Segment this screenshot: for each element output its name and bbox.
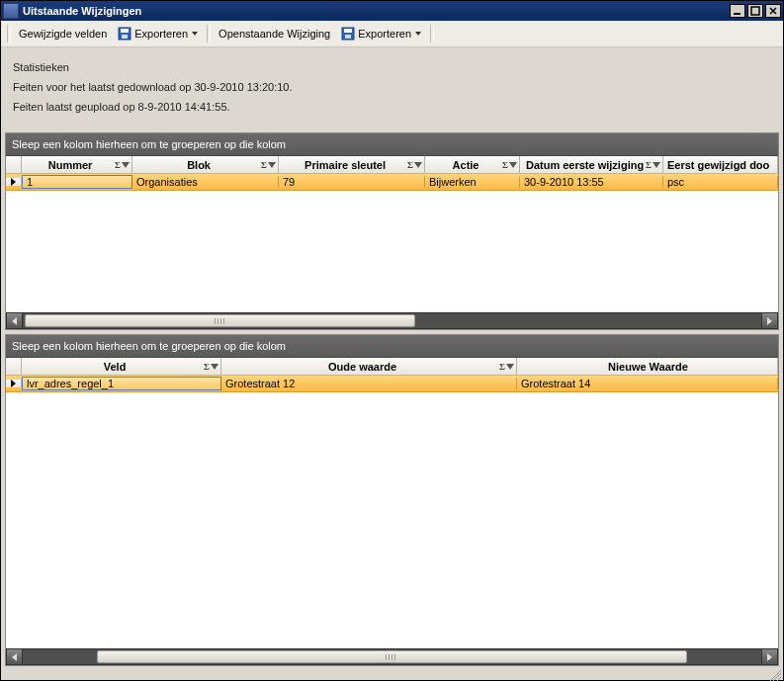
- toolbar-label-pending: Openstaande Wijziging: [215, 26, 334, 42]
- filter-icon[interactable]: [268, 162, 276, 168]
- scroll-left-button[interactable]: [6, 648, 23, 665]
- chevron-down-icon: [415, 32, 421, 36]
- sigma-icon[interactable]: Σ: [502, 160, 508, 170]
- column-header-actie[interactable]: Actie Σ: [425, 156, 520, 173]
- app-icon: [3, 3, 19, 19]
- toolbar-separator: [430, 25, 434, 43]
- chevron-down-icon: [192, 32, 198, 36]
- close-button[interactable]: [765, 4, 781, 18]
- sigma-icon[interactable]: Σ: [204, 362, 210, 372]
- svg-rect-1: [751, 7, 759, 15]
- sigma-icon[interactable]: Σ: [261, 160, 267, 170]
- grip-icon: [769, 669, 781, 681]
- title-bar: Uitstaande Wijzigingen: [1, 1, 783, 21]
- save-icon: [341, 27, 355, 41]
- cell-blok[interactable]: Organisaties: [132, 176, 279, 188]
- export-pending-label: Exporteren: [358, 28, 411, 40]
- sigma-icon[interactable]: Σ: [646, 160, 652, 170]
- column-header-eerst-gewijzigd[interactable]: Eerst gewijzigd doo: [663, 156, 778, 173]
- toolbar-separator: [7, 25, 11, 43]
- grid-body: 1 Organisaties 79 Bijwerken 30-9-2010 13…: [6, 174, 778, 312]
- sigma-icon[interactable]: Σ: [115, 160, 121, 170]
- filter-icon[interactable]: [122, 162, 130, 168]
- grid-body: lvr_adres_regel_1 Grotestraat 12 Grotest…: [6, 376, 778, 648]
- svg-rect-0: [734, 13, 740, 15]
- scroll-right-button[interactable]: [761, 648, 778, 665]
- column-header-row: Nummer Σ Blok Σ Primaire sleutel Σ Actie…: [6, 156, 778, 174]
- sigma-icon[interactable]: Σ: [407, 160, 413, 170]
- current-row-icon: [11, 380, 16, 387]
- scroll-track[interactable]: [23, 312, 761, 329]
- column-header-nummer[interactable]: Nummer Σ: [22, 156, 132, 173]
- cell-veld[interactable]: lvr_adres_regel_1: [22, 377, 221, 390]
- toolbar-label-fields: Gewijzigde velden: [15, 26, 111, 42]
- cell-eerst-gewijzigd[interactable]: psc: [663, 176, 778, 188]
- row-selector-header: [6, 156, 22, 173]
- filter-icon[interactable]: [653, 162, 660, 168]
- cell-nieuwe-waarde[interactable]: Grotestraat 14: [517, 378, 778, 389]
- changes-grid: Sleep een kolom hierheen om te groeperen…: [5, 132, 779, 330]
- toolbar: Gewijzigde velden Exporteren Openstaande…: [1, 21, 783, 47]
- export-fields-button[interactable]: Exporteren: [113, 24, 203, 43]
- scroll-thumb[interactable]: [25, 314, 415, 327]
- svg-rect-9: [345, 35, 351, 39]
- svg-rect-6: [122, 35, 128, 39]
- scroll-track[interactable]: [23, 648, 761, 665]
- save-icon: [118, 27, 131, 41]
- horizontal-scrollbar[interactable]: [6, 312, 778, 329]
- filter-icon[interactable]: [211, 364, 218, 370]
- cell-primaire-sleutel[interactable]: 79: [279, 176, 425, 188]
- statistics-panel: Statistieken Feiten voor het laatst gedo…: [1, 47, 783, 130]
- row-selector-header: [6, 358, 22, 375]
- filter-icon[interactable]: [414, 162, 422, 168]
- cell-datum-eerste[interactable]: 30-9-2010 13:55: [520, 176, 663, 188]
- column-header-row: Veld Σ Oude waarde Σ Nieuwe Waarde: [6, 358, 778, 376]
- window-title: Uitstaande Wijzigingen: [23, 5, 730, 17]
- maximize-button[interactable]: [747, 4, 763, 18]
- table-row[interactable]: lvr_adres_regel_1 Grotestraat 12 Grotest…: [6, 376, 778, 392]
- export-pending-button[interactable]: Exporteren: [336, 24, 426, 43]
- scroll-thumb[interactable]: [97, 650, 688, 663]
- current-row-icon: [11, 178, 16, 186]
- svg-rect-5: [121, 29, 129, 33]
- column-header-oude-waarde[interactable]: Oude waarde Σ: [221, 358, 517, 375]
- stats-upload-line: Feiten laatst geupload op 8-9-2010 14:41…: [13, 97, 771, 117]
- group-by-bar[interactable]: Sleep een kolom hierheen om te groeperen…: [6, 133, 778, 156]
- toolbar-separator: [207, 25, 211, 43]
- column-header-datum-eerste[interactable]: Datum eerste wijziging Σ: [520, 156, 663, 173]
- group-by-bar[interactable]: Sleep een kolom hierheen om te groeperen…: [6, 335, 778, 358]
- cell-oude-waarde[interactable]: Grotestraat 12: [221, 378, 517, 389]
- row-indicator[interactable]: [6, 178, 22, 186]
- column-header-blok[interactable]: Blok Σ: [132, 156, 279, 173]
- column-header-veld[interactable]: Veld Σ: [22, 358, 221, 375]
- svg-rect-8: [344, 29, 352, 33]
- sigma-icon[interactable]: Σ: [499, 362, 505, 372]
- table-row[interactable]: 1 Organisaties 79 Bijwerken 30-9-2010 13…: [6, 174, 778, 191]
- minimize-button[interactable]: [730, 4, 745, 18]
- app-window: Uitstaande Wijzigingen Gewijzigde velden…: [0, 0, 784, 681]
- resize-handle[interactable]: [1, 668, 783, 680]
- filter-icon[interactable]: [509, 162, 517, 168]
- cell-nummer[interactable]: 1: [22, 175, 132, 189]
- filter-icon[interactable]: [506, 364, 514, 370]
- horizontal-scrollbar[interactable]: [6, 648, 778, 665]
- stats-download-line: Feiten voor het laatst gedownload op 30-…: [13, 77, 771, 97]
- column-header-nieuwe-waarde[interactable]: Nieuwe Waarde: [517, 358, 778, 375]
- scroll-left-button[interactable]: [6, 312, 23, 329]
- cell-actie[interactable]: Bijwerken: [425, 176, 520, 188]
- export-fields-label: Exporteren: [134, 28, 188, 40]
- scroll-right-button[interactable]: [761, 312, 778, 329]
- fields-grid: Sleep een kolom hierheen om te groeperen…: [5, 334, 779, 666]
- row-indicator[interactable]: [6, 380, 22, 387]
- stats-heading: Statistieken: [13, 57, 771, 77]
- column-header-primaire-sleutel[interactable]: Primaire sleutel Σ: [279, 156, 425, 173]
